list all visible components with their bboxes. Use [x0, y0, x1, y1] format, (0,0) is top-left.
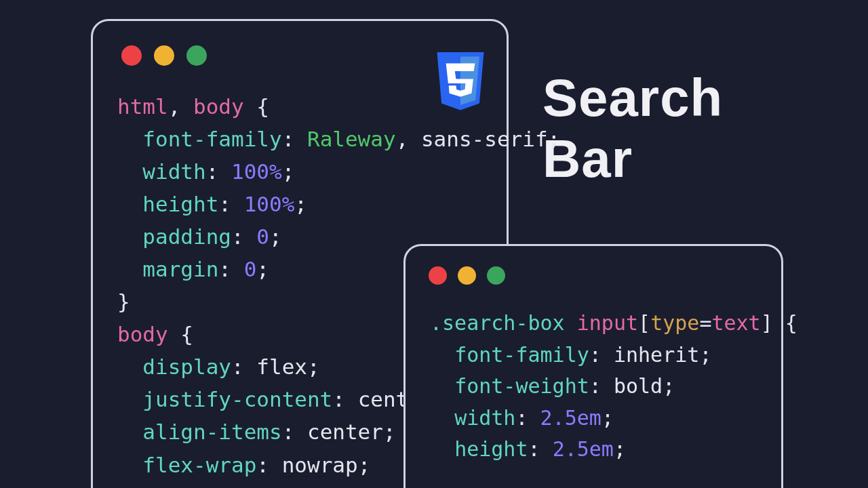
minimize-icon[interactable]: [458, 266, 476, 285]
css-code-block-2: .search-box input[type=text] { font-fami…: [425, 308, 762, 466]
minimize-icon[interactable]: [154, 45, 174, 66]
page-title: Search Bar: [542, 68, 723, 189]
maximize-icon[interactable]: [487, 266, 505, 285]
maximize-icon[interactable]: [186, 45, 207, 66]
code-window-2: .search-box input[type=text] { font-fami…: [403, 244, 783, 488]
title-line-1: Search: [542, 68, 723, 127]
css3-icon: [432, 52, 489, 115]
close-icon[interactable]: [121, 45, 142, 66]
close-icon[interactable]: [429, 266, 447, 285]
traffic-lights: [429, 266, 762, 285]
